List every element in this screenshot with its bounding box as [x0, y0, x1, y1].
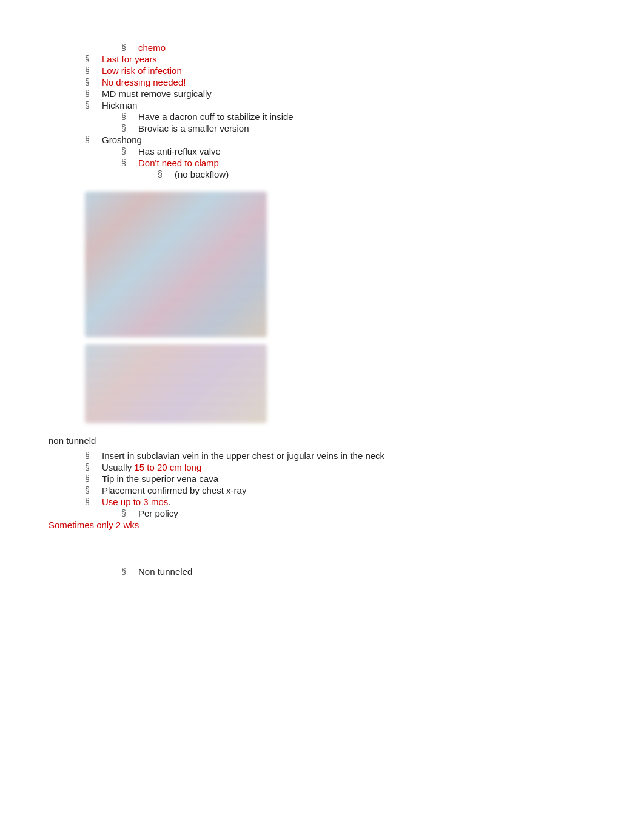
section-title-non-tunneld: non tunneld — [49, 435, 595, 446]
item-text-chemo: chemo — [138, 42, 166, 53]
list-item-no-dressing: § No dressing needed! — [85, 77, 595, 87]
blurred-table-image-2 — [85, 344, 267, 423]
item-text-md-must-remove: MD must remove surgically — [102, 89, 212, 99]
list-item-broviac: § Broviac is a smaller version — [121, 123, 595, 133]
bullet-groshong: § — [85, 135, 102, 144]
bullet-hickman: § — [85, 100, 102, 110]
list-item-groshong: § Groshong — [85, 135, 595, 145]
blurred-table-image-1 — [85, 192, 267, 337]
list-item-non-tunneled-final: § Non tunneled — [121, 566, 595, 577]
text-use-up-to-3-period: . — [168, 497, 170, 507]
item-text-tip-superior: Tip in the superior vena cava — [102, 474, 218, 484]
item-text-insert-subclavian: Insert in subclavian vein in the upper c… — [102, 451, 384, 461]
list-item-chemo: § chemo — [121, 42, 595, 53]
list-item-usually-15-20: § Usually 15 to 20 cm long — [85, 462, 595, 472]
bullet-per-policy: § — [121, 508, 138, 518]
list-item-placement-confirmed: § Placement confirmed by chest x-ray — [85, 485, 595, 495]
bullet-anti-reflux: § — [121, 146, 138, 156]
sometimes-only-2-wks: Sometimes only 2 wks — [49, 520, 595, 530]
list-item-last-for-years: § Last for years — [85, 54, 595, 64]
list-item-md-must-remove: § MD must remove surgically — [85, 89, 595, 99]
item-text-per-policy: Per policy — [138, 508, 178, 518]
list-item-anti-reflux: § Has anti-reflux valve — [121, 146, 595, 156]
list-item-no-backflow: § (no backflow) — [158, 169, 595, 179]
bullet-no-backflow: § — [158, 169, 175, 179]
bullet-non-tunneled-final: § — [121, 566, 138, 576]
item-text-anti-reflux: Has anti-reflux valve — [138, 146, 221, 156]
bullet-chemo: § — [121, 42, 138, 52]
bullet-md-must-remove: § — [85, 89, 102, 98]
item-text-hickman: Hickman — [102, 100, 137, 110]
item-text-low-risk: Low risk of infection — [102, 65, 182, 76]
bullet-placement-confirmed: § — [85, 485, 102, 495]
item-text-dacron-cuff: Have a dacron cuff to stabilize it insid… — [138, 112, 293, 122]
list-item-dacron-cuff: § Have a dacron cuff to stabilize it ins… — [121, 112, 595, 122]
text-usually-prefix: Usually — [102, 462, 134, 472]
item-text-last-for-years: Last for years — [102, 54, 157, 64]
bullet-no-dressing: § — [85, 77, 102, 87]
list-item-tip-superior: § Tip in the superior vena cava — [85, 474, 595, 484]
text-15-20-red: 15 to 20 cm long — [134, 462, 201, 472]
item-text-no-backflow: (no backflow) — [175, 169, 229, 179]
item-text-dont-clamp: Don't need to clamp — [138, 158, 219, 168]
bullet-use-up-to-3: § — [85, 497, 102, 506]
list-item-dont-clamp: § Don't need to clamp — [121, 158, 595, 168]
list-item-per-policy: § Per policy — [121, 508, 595, 518]
bullet-dacron-cuff: § — [121, 112, 138, 121]
list-item-hickman: § Hickman — [85, 100, 595, 110]
main-content: § chemo § Last for years § Low risk of i… — [49, 42, 595, 577]
bullet-broviac: § — [121, 123, 138, 133]
bullet-low-risk: § — [85, 65, 102, 75]
item-text-placement-confirmed: Placement confirmed by chest x-ray — [102, 485, 246, 495]
bullet-insert-subclavian: § — [85, 451, 102, 460]
list-item-use-up-to-3: § Use up to 3 mos. — [85, 497, 595, 507]
item-text-use-up-to-3: Use up to 3 mos. — [102, 497, 170, 507]
item-text-non-tunneled-final: Non tunneled — [138, 566, 192, 577]
text-use-up-to-3-red: Use up to 3 mos — [102, 497, 168, 507]
list-item-insert-subclavian: § Insert in subclavian vein in the upper… — [85, 451, 595, 461]
item-text-groshong: Groshong — [102, 135, 142, 145]
bullet-usually-15-20: § — [85, 462, 102, 472]
bullet-tip-superior: § — [85, 474, 102, 483]
bullet-last-for-years: § — [85, 54, 102, 64]
item-text-usually-15-20: Usually 15 to 20 cm long — [102, 462, 201, 472]
item-text-broviac: Broviac is a smaller version — [138, 123, 249, 133]
bullet-dont-clamp: § — [121, 158, 138, 167]
item-text-no-dressing: No dressing needed! — [102, 77, 186, 87]
list-item-low-risk: § Low risk of infection — [85, 65, 595, 76]
